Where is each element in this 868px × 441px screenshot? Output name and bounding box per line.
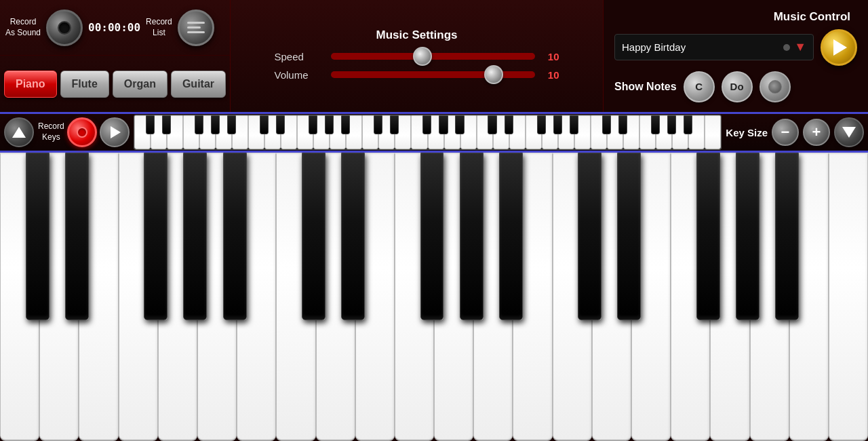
record-as-sound-knob[interactable] [46, 9, 83, 46]
volume-label: Volume [275, 69, 326, 81]
music-settings: Music Settings Speed 10 Volume 10 [231, 0, 604, 112]
black-key-7[interactable] [420, 153, 444, 320]
octave-up-button[interactable] [4, 117, 34, 147]
timer-display: 00:00:00 [88, 21, 140, 34]
black-key-10[interactable] [578, 153, 601, 320]
chevron-down-icon: ▼ [794, 40, 806, 54]
key-size-minus-button[interactable]: − [772, 119, 799, 146]
piano-button[interactable]: Piano [4, 71, 57, 98]
black-key-12[interactable] [696, 153, 720, 320]
mini-keyboard [134, 115, 722, 150]
piano-area [0, 153, 868, 441]
volume-track[interactable] [331, 71, 535, 78]
volume-value: 10 [540, 69, 559, 81]
key-size-plus-button[interactable]: + [803, 119, 830, 146]
black-key-9[interactable] [499, 153, 523, 320]
music-settings-title: Music Settings [376, 28, 458, 42]
black-key-0[interactable] [26, 153, 50, 320]
black-key-11[interactable] [617, 153, 641, 320]
record-keys-group: Record Keys [38, 117, 130, 147]
song-selector[interactable]: Happy Birtday ▼ [614, 34, 814, 60]
black-key-2[interactable] [144, 153, 167, 320]
record-keys-label: Record Keys [38, 121, 64, 142]
record-keys-button[interactable] [67, 117, 97, 147]
black-key-13[interactable] [736, 153, 760, 320]
note-do-button[interactable]: Do [722, 71, 753, 102]
flute-button[interactable]: Flute [60, 71, 109, 98]
show-notes-label: Show Notes [614, 81, 677, 93]
record-list-label: Record List [146, 17, 172, 38]
music-control-title: Music Control [774, 10, 850, 24]
key-size-label: Key Size [726, 127, 768, 138]
record-as-sound: Record As Sound [5, 17, 41, 38]
black-key-6[interactable] [341, 153, 365, 320]
black-key-1[interactable] [65, 153, 89, 320]
black-key-5[interactable] [302, 153, 326, 320]
black-key-14[interactable] [775, 153, 799, 320]
octave-down-button[interactable] [834, 117, 864, 147]
note-extra-button[interactable] [760, 71, 791, 102]
speed-value: 10 [540, 51, 559, 62]
record-as-sound-label: Record As Sound [5, 17, 41, 38]
organ-button[interactable]: Organ [113, 71, 167, 98]
middle-bar: Record Keys Key Size − + [0, 112, 868, 153]
play-button[interactable] [821, 29, 857, 66]
guitar-button[interactable]: Guitar [171, 71, 226, 98]
speed-label: Speed [275, 51, 326, 62]
song-name: Happy Birtday [622, 41, 779, 53]
white-key-21[interactable] [829, 153, 868, 441]
song-dot-icon [783, 44, 790, 51]
record-list-knob[interactable] [178, 9, 214, 46]
speed-track[interactable] [331, 53, 535, 60]
play-keys-button[interactable] [100, 117, 130, 147]
music-control: Music Control Happy Birtday ▼ Show Notes… [604, 0, 868, 112]
note-c-button[interactable]: C [684, 71, 715, 102]
black-key-3[interactable] [183, 153, 207, 320]
black-key-4[interactable] [223, 153, 247, 320]
black-key-8[interactable] [460, 153, 484, 320]
key-size-section: Key Size − + [726, 117, 864, 147]
